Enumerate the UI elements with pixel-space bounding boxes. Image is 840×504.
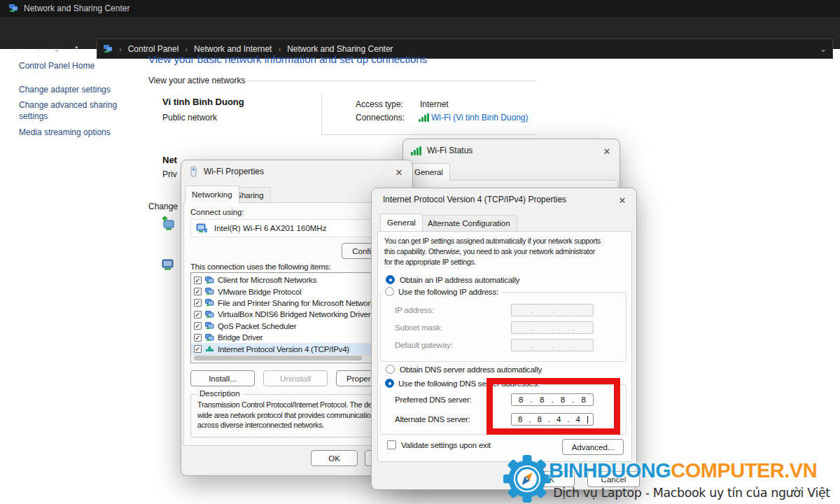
checkbox-checked-icon[interactable] xyxy=(194,288,202,295)
wifi-status-titlebar[interactable]: Wi-Fi Status xyxy=(403,139,620,162)
forward-button[interactable] xyxy=(29,40,48,58)
watermark-brand-orange: COMPUTER.VN xyxy=(671,459,817,482)
driver-icon xyxy=(205,311,214,318)
control-panel-icon xyxy=(103,44,113,54)
ipv4-properties-dialog: Internet Protocol Version 4 (TCP/IPv4) P… xyxy=(371,188,637,490)
alternate-dns-label: Alternate DNS server: xyxy=(395,415,470,424)
sharing-icon xyxy=(205,299,214,307)
breadcrumb-separator-icon xyxy=(119,45,122,53)
network-name: Vi tinh Binh Duong xyxy=(162,97,244,107)
bridge-icon xyxy=(205,334,214,342)
back-button[interactable] xyxy=(7,40,25,58)
checkbox-checked-icon[interactable] xyxy=(194,322,202,330)
recent-pages-chevron-icon[interactable] xyxy=(50,40,63,58)
radio-use-following-ip-label[interactable]: Use the following IP address: xyxy=(398,288,498,296)
watermark-tagline: Dịch vụ Laptop - Macbook uy tín của ngườ… xyxy=(547,486,836,500)
ipv4-title: Internet Protocol Version 4 (TCP/IPv4) P… xyxy=(383,195,566,204)
breadcrumb-item-network-internet[interactable]: Network and Internet xyxy=(194,44,272,54)
connections-label: Connections: xyxy=(356,113,405,122)
address-dropdown-chevron-icon[interactable] xyxy=(820,44,827,54)
wifi-properties-titlebar[interactable]: Wi-Fi Properties xyxy=(181,160,412,183)
ip-address-field xyxy=(511,304,594,316)
ipv4-intro-text: You can get IP settings assigned automat… xyxy=(384,236,601,267)
network-type: Public network xyxy=(162,113,217,122)
wifi-properties-title: Wi-Fi Properties xyxy=(204,167,264,176)
sidebar-item-change-advanced-sharing[interactable]: Change advanced sharing settings xyxy=(19,99,130,122)
network2-name-fragment: Net xyxy=(162,155,177,165)
connect-using-label: Connect using: xyxy=(190,208,244,216)
window-title: Network and Sharing Center xyxy=(24,4,130,13)
subnet-mask-label: Subnet mask: xyxy=(395,323,442,332)
section-divider xyxy=(246,80,536,81)
subnet-mask-field xyxy=(511,321,594,334)
up-button[interactable] xyxy=(67,40,85,58)
change-settings-fragment: Change xyxy=(148,202,178,211)
page-title: View your basic network information and … xyxy=(148,53,427,65)
wifi-status-icon xyxy=(411,146,421,155)
radio-use-ip-row[interactable]: Use the following IP address: xyxy=(382,287,501,296)
breadcrumb-item-network-sharing[interactable]: Network and Sharing Center xyxy=(287,44,393,54)
close-icon[interactable] xyxy=(393,166,405,178)
radio-use-following-dns[interactable] xyxy=(385,379,394,388)
protocol-icon xyxy=(205,288,214,295)
wifi-signal-icon xyxy=(419,113,429,122)
tcpip-icon xyxy=(205,345,214,353)
sidebar-item-change-adapter-settings[interactable]: Change adapter settings xyxy=(19,84,130,95)
tab-alternate-configuration[interactable]: Alternate Configuration xyxy=(421,215,517,231)
ip-address-label: IP address: xyxy=(395,306,434,314)
advanced-button[interactable]: Advanced... xyxy=(562,439,624,455)
tab-networking[interactable]: Networking xyxy=(185,186,239,203)
window-titlebar: Network and Sharing Center xyxy=(0,0,840,17)
adapter-icon xyxy=(189,166,198,177)
wifi-connection-link[interactable]: Wi-Fi (Vi tinh Binh Duong) xyxy=(431,113,528,122)
setup-new-connection-icon[interactable] xyxy=(160,216,176,232)
radio-obtain-ip-auto[interactable] xyxy=(386,275,395,284)
radio-obtain-dns-auto-label[interactable]: Obtain DNS server address automatically xyxy=(400,365,542,374)
ipv4-titlebar[interactable]: Internet Protocol Version 4 (TCP/IPv4) P… xyxy=(372,188,636,211)
sidebar-item-control-panel-home[interactable]: Control Panel Home xyxy=(19,60,130,71)
validate-checkbox-label[interactable]: Validate settings upon exit xyxy=(401,441,491,449)
table-bottom-border xyxy=(321,134,536,135)
close-icon[interactable] xyxy=(601,145,613,158)
table-divider xyxy=(321,92,322,134)
wifi-status-title: Wi-Fi Status xyxy=(427,146,472,155)
connection-items-label: This connection uses the following items… xyxy=(190,262,331,271)
adapter-name: Intel(R) Wi-Fi 6 AX201 160MHz xyxy=(214,224,326,232)
breadcrumb-separator-icon xyxy=(185,45,188,53)
ok-button[interactable]: OK xyxy=(311,450,358,466)
scrollbar-thumb[interactable] xyxy=(194,356,362,360)
dns-highlight-box xyxy=(486,378,620,435)
validate-checkbox[interactable] xyxy=(387,440,396,449)
watermark-brand-blue: BINHDUONG xyxy=(549,459,671,482)
radio-obtain-ip-auto-label[interactable]: Obtain an IP address automatically xyxy=(400,276,519,284)
sidebar-item-media-streaming[interactable]: Media streaming options xyxy=(19,127,130,138)
access-type-value: Internet xyxy=(420,99,449,109)
static-ip-groupbox: Use the following IP address: IP address… xyxy=(380,292,626,362)
network2-type-fragment: Priv xyxy=(162,169,177,179)
checkbox-checked-icon[interactable] xyxy=(194,276,202,284)
navigation-bar: Control Panel Network and Internet Netwo… xyxy=(0,17,840,49)
network-adapter-icon xyxy=(196,223,208,234)
access-type-label: Access type: xyxy=(356,99,403,109)
checkbox-checked-icon[interactable] xyxy=(194,299,202,307)
active-networks-label: View your active networks xyxy=(148,76,246,85)
checkbox-checked-icon[interactable] xyxy=(194,334,202,342)
breadcrumb-item-control-panel[interactable]: Control Panel xyxy=(128,44,179,54)
default-gateway-label: Default gateway: xyxy=(395,341,452,349)
close-icon[interactable] xyxy=(616,194,629,206)
breadcrumb-separator-icon xyxy=(278,45,281,53)
network-app-icon xyxy=(8,4,18,13)
default-gateway-field xyxy=(511,339,594,351)
tab-general[interactable]: General xyxy=(380,214,423,231)
tab-general-status[interactable]: General xyxy=(407,163,450,181)
uninstall-button: Uninstall xyxy=(263,370,328,386)
radio-use-following-ip[interactable] xyxy=(385,287,394,296)
install-button[interactable]: Install... xyxy=(190,370,255,386)
radio-obtain-dns-auto[interactable] xyxy=(386,365,395,374)
qos-icon xyxy=(205,322,214,330)
binhduong-gear-logo-icon xyxy=(503,455,551,503)
watermark-brand: BINHDUONGCOMPUTER.VN xyxy=(549,459,817,482)
checkbox-checked-icon[interactable] xyxy=(194,345,202,353)
troubleshoot-problems-icon[interactable] xyxy=(160,256,176,272)
checkbox-checked-icon[interactable] xyxy=(194,311,202,318)
